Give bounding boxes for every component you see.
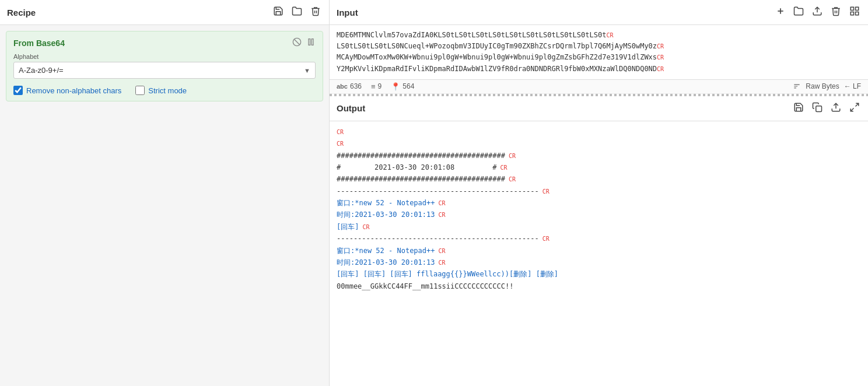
operation-icons	[292, 37, 316, 48]
output-line-hash1: ########################################…	[337, 150, 861, 162]
svg-rect-11	[816, 106, 822, 112]
input-title: Input	[337, 8, 775, 17]
output-line-final: 00mmee__GGkkCC44FF__mm11ssiiCCCCCCCCCCCC…	[337, 280, 861, 292]
input-header: Input	[330, 0, 868, 25]
output-title: Output	[337, 103, 792, 113]
operation-name: From Base64	[13, 38, 65, 48]
output-line-time2: 时间:2021-03-30 20:01:13 CR	[337, 257, 861, 268]
recipe-delete-button[interactable]	[309, 5, 322, 20]
arrow-lf-label: ← LF	[844, 82, 861, 90]
input-stats: abc 636 ≡ 9 📍 564 Raw Bytes ← LF	[330, 80, 868, 94]
output-line-date: # 2021-03-30 20:01:08 # CR	[337, 162, 861, 173]
output-content[interactable]: CR CR ##################################…	[330, 121, 868, 386]
recipe-title: Recipe	[7, 8, 267, 17]
lines-value: 9	[378, 82, 382, 90]
output-line-bracket-multi: [回车] [回车] [回车] ffllaagg{{}}WWeellcc))[删除…	[337, 268, 861, 280]
operation-pause-button[interactable]	[306, 37, 316, 48]
svg-rect-2	[309, 39, 310, 45]
operation-title-row: From Base64	[13, 37, 316, 48]
output-line-bracket1: [回车] CR	[337, 221, 861, 233]
recipe-header-icons	[272, 5, 322, 20]
remove-non-alphabet-checkbox-item[interactable]: Remove non-alphabet chars	[13, 86, 121, 95]
input-add-button[interactable]	[775, 5, 786, 19]
output-line-cr1: CR	[337, 126, 861, 138]
recipe-open-button[interactable]	[290, 5, 303, 20]
raw-bytes-label: Raw Bytes	[806, 82, 839, 90]
char-count-stat: abc 636	[337, 82, 362, 90]
checkboxes-row: Remove non-alphabet chars Strict mode	[13, 86, 316, 95]
input-open-button[interactable]	[792, 5, 805, 20]
svg-rect-7	[850, 7, 853, 10]
svg-rect-8	[856, 7, 859, 10]
alphabet-select[interactable]: A-Za-z0-9+/= A-Za-z0-9-_ Custom	[14, 62, 315, 78]
input-line-4: Y2MpKVvliKDpmaRdIFvliKDpmaRdIDAwbW1lZV9f…	[337, 65, 664, 73]
strict-mode-checkbox-item[interactable]: Strict mode	[135, 86, 187, 95]
operation-disable-button[interactable]	[292, 37, 302, 48]
input-export-button[interactable]	[811, 5, 824, 20]
svg-line-14	[850, 108, 853, 111]
remove-non-alphabet-checkbox[interactable]	[13, 86, 23, 95]
output-line-dash1: ----------------------------------------…	[337, 185, 861, 197]
input-stats-right: Raw Bytes ← LF	[793, 82, 861, 90]
output-save-button[interactable]	[792, 101, 805, 116]
output-line-hash2: ########################################…	[337, 173, 861, 185]
input-line-3: MCAyMDowMToxMw0KW+Wbnui9pl0gW+Wbnui9pl0g…	[337, 53, 664, 61]
output-fullscreen-button[interactable]	[848, 101, 861, 116]
right-panel: Input MDE6MTMNClvlm57ovaZdIA0KLS0tLS0tLS…	[330, 0, 868, 386]
char-count-value: 636	[350, 82, 362, 90]
output-line-cr2: CR	[337, 138, 861, 149]
output-line-dash2: ----------------------------------------…	[337, 233, 861, 244]
format-icon	[793, 82, 801, 90]
strict-mode-checkbox[interactable]	[135, 86, 145, 95]
input-delete-button[interactable]	[830, 5, 842, 20]
left-panel: Recipe From Base64	[0, 0, 330, 386]
operation-card: From Base64 Alphabet A-Za-z0-9+/= A-Za-z…	[6, 31, 323, 101]
svg-rect-9	[856, 12, 859, 15]
recipe-header: Recipe	[0, 0, 329, 25]
recipe-save-button[interactable]	[272, 5, 285, 20]
alphabet-label: Alphabet	[13, 53, 316, 60]
output-line-window2: 窗口:*new 52 - Notepad++ CR	[337, 245, 861, 257]
remove-non-alphabet-label: Remove non-alphabet chars	[26, 86, 121, 95]
output-copy-button[interactable]	[811, 101, 824, 116]
input-header-icons	[775, 5, 861, 20]
abc-icon: abc	[337, 83, 348, 90]
output-header: Output	[330, 96, 868, 121]
svg-line-1	[294, 39, 299, 44]
output-export-button[interactable]	[830, 101, 842, 116]
lines-icon: ≡	[371, 82, 376, 91]
output-line-window1: 窗口:*new 52 - Notepad++ CR	[337, 197, 861, 209]
lines-stat: ≡ 9	[371, 82, 382, 91]
pin-value: 564	[402, 82, 414, 90]
input-line-2: LS0tLS0tLS0tLS0NCueql+WPozoqbmV3IDUyIC0g…	[337, 42, 664, 50]
pin-stat: 📍 564	[391, 82, 414, 91]
output-line-time1: 时间:2021-03-30 20:01:13 CR	[337, 209, 861, 220]
svg-rect-3	[312, 39, 313, 45]
alphabet-select-wrapper: A-Za-z0-9+/= A-Za-z0-9-_ Custom ▼	[13, 62, 316, 79]
svg-rect-10	[850, 12, 853, 15]
input-content[interactable]: MDE6MTMNClvlm57ovaZdIA0KLS0tLS0tLS0tLS0t…	[330, 25, 868, 80]
strict-mode-label: Strict mode	[148, 86, 187, 95]
output-header-icons	[792, 101, 861, 116]
input-line-1: MDE6MTMNClvlm57ovaZdIA0KLS0tLS0tLS0tLS0t…	[337, 31, 613, 39]
svg-line-13	[856, 103, 859, 106]
pin-icon: 📍	[391, 82, 400, 91]
input-layout-button[interactable]	[848, 5, 861, 20]
